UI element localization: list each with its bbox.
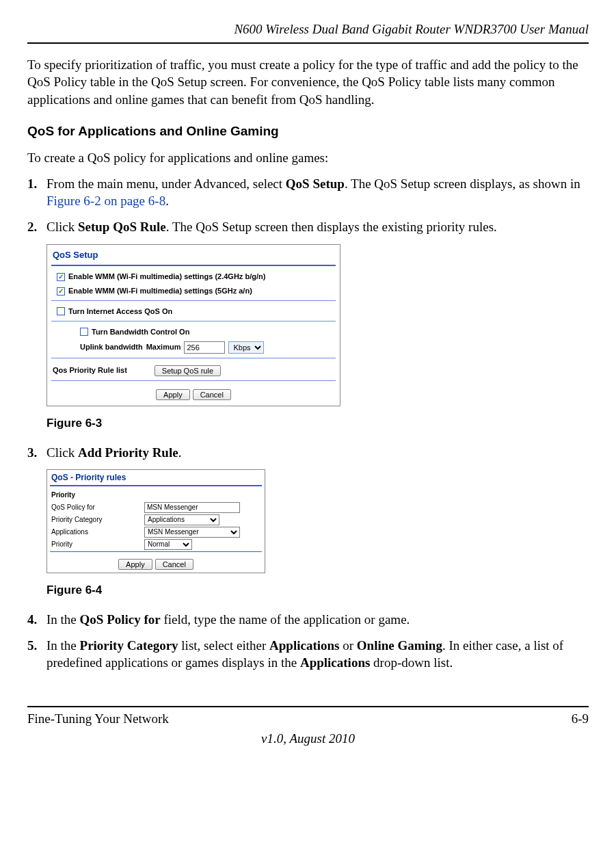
rule-list-label: Qos Priority Rule list xyxy=(53,365,127,376)
text-run: or xyxy=(339,638,356,653)
figure-6-3-caption: Figure 6-3 xyxy=(46,416,589,432)
priority-rule-row: Qos Priority Rule list Setup QoS rule xyxy=(47,363,340,379)
step-number: 4. xyxy=(27,611,46,629)
category-label: Priority Category xyxy=(51,515,140,525)
wmm-5-row: ✓ Enable WMM (Wi-Fi multimedia) settings… xyxy=(47,285,340,299)
qos-priority-rules-panel: QoS - Priority rules Priority QoS Policy… xyxy=(46,469,265,573)
step-text: Click Add Priority Rule. xyxy=(46,444,589,462)
qos-button-row: Apply Cancel xyxy=(47,385,340,400)
step-text: In the QoS Policy for field, type the na… xyxy=(46,611,589,629)
divider xyxy=(50,485,262,486)
step-text: Click Setup QoS Rule. The QoS Setup scre… xyxy=(46,218,589,236)
uplink-label: Uplink bandwidth xyxy=(80,342,143,352)
apply-button[interactable]: Apply xyxy=(156,389,190,400)
text-run: . xyxy=(178,445,182,460)
figure-6-4-caption: Figure 6-4 xyxy=(46,583,589,599)
uplink-unit-select[interactable]: Kbps xyxy=(228,341,264,354)
checkbox-internet-qos[interactable] xyxy=(57,307,65,315)
text-run: From the main menu, under Advanced, sele… xyxy=(46,176,286,191)
step-text: From the main menu, under Advanced, sele… xyxy=(46,175,589,210)
text-bold: Applications xyxy=(269,638,339,653)
document-header-title: N600 Wireless Dual Band Gigabit Router W… xyxy=(27,21,589,38)
setup-qos-rule-button[interactable]: Setup QoS rule xyxy=(155,365,221,376)
apply-button[interactable]: Apply xyxy=(118,559,152,570)
text-run: Click xyxy=(46,220,78,234)
page-footer: Fine-Tuning Your Network 6-9 v1.0, Augus… xyxy=(27,706,589,748)
divider xyxy=(51,358,336,358)
checkbox-wmm-5[interactable]: ✓ xyxy=(57,287,65,296)
uplink-row: Uplink bandwidth Maximum Kbps xyxy=(47,340,340,356)
footer-section-title: Fine-Tuning Your Network xyxy=(27,710,169,728)
priority-select[interactable]: Normal xyxy=(144,539,192,550)
applications-row: Applications MSN Messenger xyxy=(47,526,265,538)
cancel-button[interactable]: Cancel xyxy=(155,559,193,570)
step-4: 4. In the QoS Policy for field, type the… xyxy=(27,611,589,629)
wmm-5-label: Enable WMM (Wi-Fi multimedia) settings (… xyxy=(68,286,252,296)
priority-row: Priority Normal xyxy=(47,538,265,551)
step-number: 3. xyxy=(27,444,46,462)
text-bold: QoS Policy for xyxy=(80,612,161,627)
qos-setup-title: QoS Setup xyxy=(47,248,340,264)
applications-label: Applications xyxy=(51,527,140,537)
cancel-button[interactable]: Cancel xyxy=(193,389,231,400)
wmm-24-row: ✓ Enable WMM (Wi-Fi multimedia) settings… xyxy=(47,270,340,285)
priority-panel-title: QoS - Priority rules xyxy=(47,470,265,484)
figure-6-4: QoS - Priority rules Priority QoS Policy… xyxy=(46,469,589,573)
footer-divider xyxy=(27,706,589,707)
step-2: 2. Click Setup QoS Rule. The QoS Setup s… xyxy=(27,218,589,236)
section-heading: QoS for Applications and Online Gaming xyxy=(27,122,589,140)
policy-for-label: QoS Policy for xyxy=(51,503,140,512)
text-run: In the xyxy=(46,612,80,627)
text-run: list, select either xyxy=(178,638,269,653)
intro-paragraph: To specify prioritization of traffic, yo… xyxy=(27,56,589,109)
footer-page-number: 6-9 xyxy=(572,710,589,728)
divider xyxy=(50,551,262,552)
header-divider xyxy=(27,42,589,44)
uplink-value-input[interactable] xyxy=(184,341,225,354)
text-bold: Add Priority Rule xyxy=(78,445,178,460)
priority-section-label: Priority xyxy=(47,490,265,501)
category-select[interactable]: Applications xyxy=(144,514,219,525)
step-number: 1. xyxy=(27,175,46,210)
priority-label: Priority xyxy=(51,540,140,549)
text-bold: Online Gaming xyxy=(357,638,442,653)
section-intro: To create a QoS policy for applications … xyxy=(27,149,589,167)
internet-qos-row: Turn Internet Access QoS On xyxy=(47,305,340,319)
divider xyxy=(51,380,336,381)
applications-select[interactable]: MSN Messenger xyxy=(144,527,240,538)
divider xyxy=(51,321,336,321)
footer-version: v1.0, August 2010 xyxy=(27,730,589,748)
text-run: . The QoS Setup screen then displays the… xyxy=(166,220,497,234)
step-number: 5. xyxy=(27,637,46,672)
cross-reference-link[interactable]: Figure 6-2 on page 6-8 xyxy=(46,194,165,208)
text-bold: QoS Setup xyxy=(286,176,345,191)
step-number: 2. xyxy=(27,218,46,236)
text-run: . xyxy=(165,194,169,208)
divider xyxy=(51,265,336,266)
policy-for-row: QoS Policy for xyxy=(47,501,265,514)
priority-button-row: Apply Cancel xyxy=(47,556,265,570)
text-bold: Setup QoS Rule xyxy=(78,220,166,234)
internet-qos-label: Turn Internet Access QoS On xyxy=(68,306,172,317)
text-run: drop-down list. xyxy=(370,655,453,670)
bandwidth-ctrl-label: Turn Bandwidth Control On xyxy=(92,327,189,337)
checkbox-bandwidth-ctrl[interactable] xyxy=(80,328,88,336)
policy-for-input[interactable] xyxy=(144,502,240,513)
figure-6-3: QoS Setup ✓ Enable WMM (Wi-Fi multimedia… xyxy=(46,244,589,406)
text-bold: Priority Category xyxy=(80,638,178,653)
text-run: . The QoS Setup screen displays, as show… xyxy=(345,176,580,191)
qos-setup-panel: QoS Setup ✓ Enable WMM (Wi-Fi multimedia… xyxy=(46,244,340,406)
uplink-max-label: Maximum xyxy=(146,342,181,352)
step-5: 5. In the Priority Category list, select… xyxy=(27,637,589,672)
category-row: Priority Category Applications xyxy=(47,514,265,526)
bandwidth-ctrl-row: Turn Bandwidth Control On xyxy=(47,326,340,340)
step-3: 3. Click Add Priority Rule. xyxy=(27,444,589,462)
wmm-24-label: Enable WMM (Wi-Fi multimedia) settings (… xyxy=(68,272,265,282)
text-bold: Applications xyxy=(300,655,370,670)
divider xyxy=(51,300,336,301)
step-1: 1. From the main menu, under Advanced, s… xyxy=(27,175,589,210)
text-run: field, type the name of the application … xyxy=(161,612,410,627)
text-run: In the xyxy=(46,638,80,653)
text-run: Click xyxy=(46,445,78,460)
checkbox-wmm-24[interactable]: ✓ xyxy=(57,273,65,281)
